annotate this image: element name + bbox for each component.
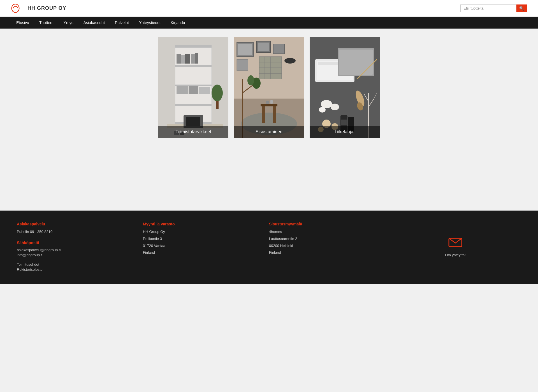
- svg-rect-4: [175, 65, 212, 67]
- svg-rect-69: [341, 120, 347, 125]
- footer-title-myynti: Myynti ja varasto: [143, 222, 263, 226]
- svg-rect-44: [273, 106, 276, 123]
- logo-text: HH GROUP OY: [27, 5, 66, 11]
- footer-street2: Lauttasaarentie 2: [269, 236, 389, 242]
- site-header: HH GROUP OY 🔍: [0, 0, 538, 17]
- main-content: Toimistotarvikkeet: [0, 29, 538, 211]
- svg-rect-20: [216, 101, 219, 109]
- card-image-interior: [234, 37, 304, 138]
- product-grid: Toimistotarvikkeet: [11, 37, 527, 138]
- svg-rect-43: [262, 106, 265, 123]
- footer-phone: Puhelin 09 - 350 8210: [17, 229, 137, 235]
- nav-asiakasedut[interactable]: Asiakasedut: [78, 17, 110, 29]
- svg-rect-28: [258, 43, 269, 51]
- svg-point-19: [212, 85, 223, 101]
- svg-point-62: [319, 107, 326, 113]
- svg-point-61: [331, 104, 339, 110]
- search-area: 🔍: [460, 4, 527, 12]
- card-label-sisustaminen: Sisustaminen: [234, 126, 304, 138]
- site-footer: Asiakaspalvelu Puhelin 09 - 350 8210 Säh…: [0, 211, 538, 284]
- svg-rect-49: [266, 101, 269, 104]
- nav-yhteystiedot[interactable]: Yhteystiedot: [134, 17, 166, 29]
- footer-4homes: 4homes: [269, 229, 389, 235]
- nav-palvelut[interactable]: Palvelut: [110, 17, 134, 29]
- footer-title-asiakaspalvelu: Asiakaspalvelu: [17, 222, 137, 226]
- footer-col-asiakaspalvelu: Asiakaspalvelu Puhelin 09 - 350 8210 Säh…: [17, 222, 143, 272]
- card-image-gifts: [310, 37, 380, 138]
- svg-rect-10: [185, 54, 190, 64]
- svg-rect-42: [261, 104, 277, 106]
- svg-rect-14: [189, 86, 198, 94]
- footer-link-rekisteriseloste[interactable]: Rekisteriseloste: [17, 267, 137, 272]
- footer-country: Finland: [143, 250, 263, 256]
- footer-street: Petikontie 3: [143, 236, 263, 242]
- svg-rect-26: [238, 44, 252, 55]
- footer-col-contact: Ota yhteyttä!: [395, 222, 521, 272]
- footer-link-toimitusehdot[interactable]: Toimitusehdot: [17, 262, 137, 267]
- svg-rect-30: [237, 59, 248, 71]
- footer-country2: Finland: [269, 250, 389, 256]
- svg-rect-15: [199, 87, 210, 94]
- search-button[interactable]: 🔍: [516, 4, 527, 12]
- product-card-toimistotarvikkeet[interactable]: Toimistotarvikkeet: [158, 37, 228, 138]
- footer-email1[interactable]: asiakaspalvelu@hhgroup.fi: [17, 248, 137, 252]
- footer-postal2: 00200 Helsinki: [269, 243, 389, 249]
- product-card-liikelahjat[interactable]: Liikelahjat: [310, 37, 380, 138]
- footer-email2[interactable]: info@hhgroup.fi: [17, 253, 137, 257]
- card-label-liikelahjat: Liikelahjat: [310, 126, 380, 138]
- svg-rect-3: [175, 45, 212, 48]
- product-card-sisustaminen[interactable]: Sisustaminen: [234, 37, 304, 138]
- svg-rect-57: [339, 50, 373, 75]
- footer-company-name: HH Group Oy: [143, 229, 263, 235]
- svg-rect-18: [186, 117, 200, 126]
- svg-rect-9: [181, 55, 185, 64]
- footer-col-sisustusmyymala: Sisustusmyymälä 4homes Lauttasaarentie 2…: [269, 222, 395, 272]
- nav-kirjaudu[interactable]: Kirjaudu: [166, 17, 190, 29]
- svg-rect-29: [273, 44, 284, 54]
- contact-label[interactable]: Ota yhteyttä!: [445, 253, 466, 257]
- svg-point-48: [247, 75, 254, 85]
- svg-point-39: [284, 58, 296, 64]
- logo-area[interactable]: HH GROUP OY: [11, 3, 66, 14]
- footer-postal: 01720 Vantaa: [143, 243, 263, 249]
- nav-tuotteet[interactable]: Tuotteet: [34, 17, 59, 29]
- footer-title-sisustusmyymala: Sisustusmyymälä: [269, 222, 389, 226]
- svg-rect-50: [270, 100, 273, 104]
- svg-rect-8: [177, 54, 181, 64]
- footer-col-myynti: Myynti ja varasto HH Group Oy Petikontie…: [143, 222, 269, 272]
- svg-rect-6: [175, 104, 212, 106]
- nav-yritys[interactable]: Yritys: [59, 17, 78, 29]
- search-input[interactable]: [460, 4, 516, 12]
- main-navbar: Etusivu Tuotteet Yritys Asiakasedut Palv…: [0, 17, 538, 29]
- footer-title-sahkopostit: Sähköpostit: [17, 241, 137, 245]
- logo-icon: [11, 3, 25, 14]
- card-image-office: [158, 37, 228, 138]
- svg-rect-11: [191, 54, 195, 64]
- svg-rect-13: [177, 86, 188, 94]
- nav-etusivu[interactable]: Etusivu: [11, 17, 34, 29]
- card-label-toimistotarvikkeet: Toimistotarvikkeet: [158, 126, 228, 138]
- svg-rect-12: [195, 53, 198, 64]
- mail-icon: [448, 237, 462, 251]
